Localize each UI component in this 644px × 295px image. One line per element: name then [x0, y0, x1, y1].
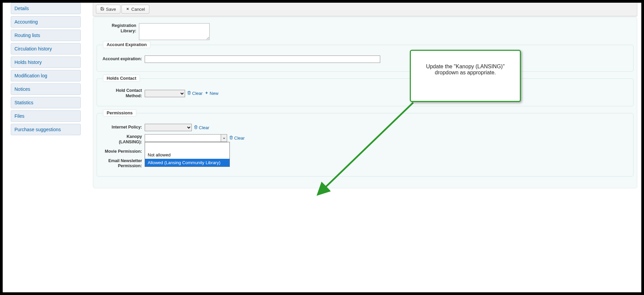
- internet-policy-label: Internet Policy:: [102, 125, 145, 130]
- save-icon: [100, 7, 104, 12]
- trash-icon: [229, 136, 233, 141]
- close-icon: [126, 7, 130, 12]
- kanopy-label: Kanopy (LANSING):: [102, 134, 145, 145]
- hold-contact-new-link[interactable]: New: [205, 91, 218, 96]
- cancel-button-label: Cancel: [131, 7, 145, 12]
- row-internet-policy: Internet Policy: Clear: [102, 123, 628, 132]
- row-kanopy: Kanopy (LANSING): Not all: [102, 134, 628, 145]
- legend-account-expiration: Account Expiration: [103, 41, 150, 48]
- clear-label: Clear: [234, 136, 245, 141]
- chevron-down-icon: [221, 135, 227, 142]
- row-hold-contact-method: Hold Contact Method: Clear New: [102, 88, 628, 99]
- save-button[interactable]: Save: [96, 5, 120, 14]
- sidebar-item-statistics[interactable]: Statistics: [11, 97, 81, 108]
- sidebar-item-routing-lists[interactable]: Routing lists: [11, 30, 81, 41]
- kanopy-clear-link[interactable]: Clear: [229, 136, 245, 141]
- trash-icon: [194, 125, 198, 130]
- fieldset-holds-contact: Holds Contact Hold Contact Method: Clear: [97, 78, 634, 106]
- registration-library-label: Registration Library:: [97, 23, 139, 34]
- legend-permissions: Permissions: [103, 109, 136, 116]
- sidebar-item-holds-history[interactable]: Holds history: [11, 57, 81, 68]
- sidebar-item-modification-log[interactable]: Modification log: [11, 70, 81, 81]
- form-panel: Registration Library: Account Expiration…: [93, 17, 637, 188]
- sidebar-item-files[interactable]: Files: [11, 110, 81, 122]
- kanopy-dropdown-list: Not allowed Allowed (Lansing Community L…: [145, 142, 230, 167]
- trash-icon: [187, 91, 191, 96]
- sidebar-item-circulation-history[interactable]: Circulation history: [11, 43, 81, 54]
- fieldset-permissions: Permissions Internet Policy: Clear Ka: [97, 113, 634, 177]
- sidebar-item-purchase-suggestions[interactable]: Purchase suggestions: [11, 124, 81, 135]
- row-account-expiration: Account expiration:: [102, 54, 628, 64]
- hold-contact-method-label: Hold Contact Method:: [102, 88, 145, 99]
- callout-line2: dropdown as appropriate.: [417, 70, 514, 76]
- sidebar-nav: Details Accounting Routing lists Circula…: [3, 3, 83, 292]
- save-button-label: Save: [106, 7, 116, 12]
- account-expiration-label: Account expiration:: [102, 57, 145, 62]
- sidebar-item-details[interactable]: Details: [11, 3, 81, 14]
- clear-label: Clear: [199, 125, 209, 130]
- legend-holds-contact: Holds Contact: [103, 75, 140, 82]
- fieldset-account-expiration: Account Expiration Account expiration:: [97, 45, 634, 72]
- account-expiration-input[interactable]: [145, 56, 380, 63]
- main-content: Save Cancel Registration Library:: [83, 3, 641, 292]
- annotation-callout: Update the "Kanopy (LANSING)" dropdown a…: [410, 50, 521, 102]
- callout-line1: Update the "Kanopy (LANSING)": [417, 64, 514, 70]
- kanopy-option-allowed[interactable]: Allowed (Lansing Community Library): [145, 159, 229, 167]
- email-newsletter-label: Email Newsletter Permission:: [102, 158, 145, 169]
- internet-policy-select[interactable]: [145, 124, 192, 131]
- new-label: New: [210, 91, 218, 96]
- movie-permission-label: Movie Permission:: [102, 149, 145, 154]
- clear-label: Clear: [192, 91, 203, 96]
- hold-contact-method-select[interactable]: [145, 90, 185, 97]
- plus-icon: [205, 91, 209, 96]
- sidebar-item-accounting[interactable]: Accounting: [11, 16, 81, 28]
- row-registration-library: Registration Library:: [97, 23, 634, 40]
- internet-policy-clear-link[interactable]: Clear: [194, 125, 209, 130]
- registration-library-input[interactable]: [139, 23, 210, 40]
- kanopy-select[interactable]: [145, 134, 227, 142]
- kanopy-option-not-allowed[interactable]: Not allowed: [145, 151, 229, 159]
- cancel-button[interactable]: Cancel: [121, 5, 149, 14]
- kanopy-option-blank[interactable]: [145, 142, 229, 151]
- sidebar-item-notices[interactable]: Notices: [11, 83, 81, 95]
- hold-contact-clear-link[interactable]: Clear: [187, 91, 203, 96]
- toolbar: Save Cancel: [93, 3, 637, 16]
